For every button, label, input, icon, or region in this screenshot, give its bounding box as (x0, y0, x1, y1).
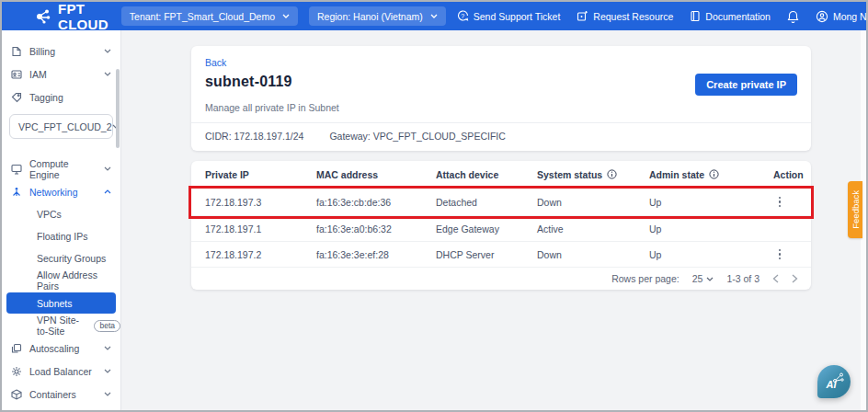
sidebar-item-label: IAM (29, 69, 47, 80)
billing-document-icon (11, 46, 22, 57)
rows-per-page-label: Rows per page: (611, 273, 680, 284)
private-ip-table-card: Private IP MAC address Attach device Sys… (191, 161, 811, 290)
cell-private-ip: 172.18.197.1 (191, 223, 303, 235)
chevron-down-icon (706, 277, 714, 281)
cell-system-status: Down (523, 197, 635, 208)
sidebar-item-vpn-site-to-site[interactable]: VPN Site-to-Site beta (2, 315, 120, 337)
table-row[interactable]: 172.18.197.3 fa:16:3e:cb:de:36 Detached … (191, 189, 811, 216)
row-actions-kebab-icon[interactable] (773, 249, 786, 260)
table-pagination: Rows per page: 25 1-3 of 3 (191, 268, 811, 290)
chevron-up-icon (104, 189, 111, 194)
sidebar-item-iam[interactable]: IAM (2, 63, 120, 86)
vpc-selector-value: VPC_FPT_CLOUD_2 (18, 121, 112, 132)
chevron-down-icon (104, 392, 111, 396)
chevron-down-icon (430, 14, 438, 18)
chevron-down-icon (104, 166, 111, 171)
sidebar-subitem-label: VPCs (37, 209, 62, 220)
beta-badge: beta (94, 320, 120, 332)
previous-page-icon[interactable] (772, 274, 779, 283)
container-cube-icon (11, 389, 22, 400)
sidebar-subitem-label: VPN Site-to-Site (37, 315, 89, 337)
brand-name: FPT CLOUD (58, 1, 108, 32)
autoscaling-icon (11, 343, 22, 354)
user-name: Mong Nuong (833, 11, 868, 22)
ai-chat-button[interactable]: AI (817, 365, 851, 398)
col-header-private-ip: Private IP (191, 169, 303, 180)
request-resource-link[interactable]: Request Resource (577, 10, 673, 22)
table-row[interactable]: 172.18.197.2 fa:16:3e:3e:ef:28 DHCP Serv… (191, 242, 811, 268)
user-menu[interactable]: Mong Nuong (816, 10, 868, 23)
region-selector[interactable]: Region: Hanoi (Vietnam) (309, 6, 446, 26)
document-book-icon (690, 10, 701, 22)
page-subtitle: Manage all private IP in Subnet (205, 102, 797, 113)
documentation-link[interactable]: Documentation (690, 10, 771, 22)
sidebar-item-containers[interactable]: Containers (2, 383, 120, 406)
col-header-attach-device: Attach device (422, 169, 523, 180)
sidebar-item-vpcs[interactable]: VPCs (2, 203, 120, 225)
chevron-down-icon (104, 49, 111, 53)
rows-per-page-select[interactable]: 25 (692, 273, 714, 284)
row-actions-kebab-icon[interactable] (773, 197, 786, 208)
send-support-ticket-link[interactable]: ? Send Support Ticket (457, 10, 561, 22)
sidebar-item-label: Billing (29, 46, 55, 57)
feedback-tab-label: Feedback (851, 190, 861, 229)
subnet-header-card: Back subnet-0119 Create private IP Manag… (191, 46, 811, 151)
tenant-selector[interactable]: Tenant: FPT_Smart_Cloud_Demo (121, 6, 298, 26)
back-link[interactable]: Back (205, 57, 226, 68)
gateway-value: Gateway: VPC_FPT_CLOUD_SPECIFIC (329, 131, 505, 142)
sidebar-item-label: Compute Engine (29, 158, 97, 180)
documentation-label: Documentation (705, 11, 771, 22)
sidebar-item-networking[interactable]: Networking (2, 180, 120, 203)
send-support-ticket-label: Send Support Ticket (474, 11, 561, 22)
vpc-selector-dropdown[interactable]: VPC_FPT_CLOUD_2 (9, 114, 113, 139)
user-avatar-icon (816, 10, 828, 23)
svg-text:?: ? (461, 13, 464, 19)
sidebar-item-load-balancer[interactable]: Load Balancer (2, 360, 120, 383)
col-header-action: Action (760, 169, 811, 180)
cell-mac-address: fa:16:3e:3e:ef:28 (303, 249, 422, 260)
region-label: Region: Hanoi (Vietnam) (317, 11, 423, 22)
info-icon[interactable] (709, 169, 719, 179)
sidebar-subitem-label: Allow Address Pairs (37, 269, 120, 292)
ai-chat-label: AI (827, 379, 837, 390)
cell-admin-state: Up (635, 223, 760, 235)
info-icon[interactable] (607, 169, 617, 179)
sidebar-item-autoscaling[interactable]: Autoscaling (2, 337, 120, 360)
cidr-value: CIDR: 172.18.197.1/24 (205, 131, 303, 142)
cell-system-status: Down (523, 249, 635, 260)
sidebar-item-subnets[interactable]: Subnets (6, 292, 116, 314)
cell-mac-address: fa:16:3e:cb:de:36 (303, 197, 422, 208)
request-resource-label: Request Resource (593, 11, 673, 22)
fpt-molecule-icon (35, 8, 52, 25)
cell-attach-device: Detached (422, 197, 523, 208)
cell-private-ip: 172.18.197.2 (191, 249, 303, 260)
cell-attach-device: DHCP Server (422, 249, 523, 260)
next-page-icon[interactable] (792, 274, 798, 283)
feedback-tab[interactable]: Feedback (848, 181, 862, 238)
brand-logo[interactable]: FPT CLOUD (35, 1, 108, 32)
pagination-range: 1-3 of 3 (726, 273, 760, 284)
sidebar-item-label: Containers (29, 389, 76, 400)
create-private-ip-button[interactable]: Create private IP (695, 74, 797, 96)
sidebar-item-tagging[interactable]: Tagging (2, 86, 120, 109)
table-header-row: Private IP MAC address Attach device Sys… (191, 161, 811, 189)
sidebar-scrollbar[interactable] (116, 69, 120, 148)
chevron-down-icon (104, 369, 111, 373)
cell-admin-state: Up (635, 249, 760, 260)
chevron-down-icon (282, 14, 290, 18)
chevron-down-icon (104, 72, 111, 76)
sidebar-item-floating-ips[interactable]: Floating IPs (2, 225, 120, 247)
main-content: Back subnet-0119 Create private IP Manag… (121, 30, 866, 410)
top-navbar: FPT CLOUD Tenant: FPT_Smart_Cloud_Demo R… (2, 2, 866, 30)
sidebar-subitem-label: Subnets (37, 298, 73, 309)
sidebar-item-allow-address-pairs[interactable]: Allow Address Pairs (2, 269, 120, 292)
sidebar-item-security-groups[interactable]: Security Groups (2, 247, 120, 269)
sidebar-item-compute-engine[interactable]: Compute Engine (2, 157, 120, 180)
resource-box-plus-icon (577, 10, 588, 22)
cell-admin-state: Up (635, 197, 760, 208)
sidebar-item-billing[interactable]: Billing (2, 40, 120, 63)
iam-badge-icon (11, 69, 22, 80)
table-row[interactable]: 172.18.197.1 fa:16:3e:a0:b6:32 Edge Gate… (191, 216, 811, 242)
col-header-admin-state: Admin state (649, 169, 704, 180)
notification-bell-icon[interactable] (787, 10, 799, 23)
